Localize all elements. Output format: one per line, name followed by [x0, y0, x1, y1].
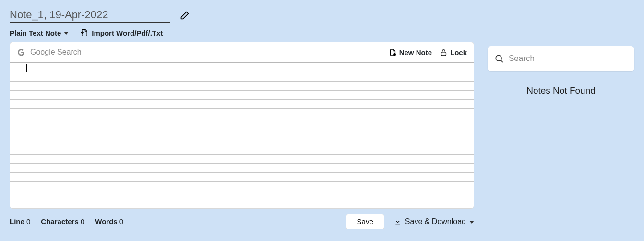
edit-title-icon[interactable]: [179, 11, 190, 21]
chevron-down-icon: [469, 221, 474, 224]
new-note-button[interactable]: New Note: [389, 48, 432, 57]
search-icon: [494, 54, 504, 63]
line-label: Line: [10, 217, 24, 226]
status-stats: Line 0 Characters 0 Words 0: [10, 217, 123, 226]
lock-icon: [440, 48, 448, 57]
words-label: Words: [95, 217, 117, 226]
note-title-input[interactable]: [10, 9, 170, 23]
sidebar-search[interactable]: [488, 46, 634, 71]
download-icon: [394, 218, 402, 226]
chars-value: 0: [81, 217, 84, 226]
save-download-dropdown[interactable]: Save & Download: [394, 217, 474, 226]
import-button[interactable]: Import Word/Pdf/.Txt: [80, 28, 163, 37]
sidebar-search-input[interactable]: [509, 54, 628, 63]
note-type-dropdown[interactable]: Plain Text Note: [10, 29, 69, 37]
line-gutter: [10, 63, 25, 208]
text-cursor: [26, 64, 27, 72]
import-label: Import Word/Pdf/.Txt: [92, 29, 163, 37]
lock-label: Lock: [450, 48, 467, 57]
line-value: 0: [26, 217, 30, 226]
new-note-label: New Note: [399, 48, 432, 57]
save-button[interactable]: Save: [346, 214, 384, 229]
words-value: 0: [119, 217, 123, 226]
new-note-icon: [389, 48, 397, 57]
google-icon: [17, 48, 25, 57]
notes-empty-message: Notes Not Found: [488, 85, 634, 96]
svg-point-2: [496, 55, 501, 61]
chars-label: Characters: [41, 217, 78, 226]
note-type-label: Plain Text Note: [10, 29, 61, 37]
import-file-icon: [80, 28, 89, 37]
save-download-label: Save & Download: [405, 217, 466, 226]
lock-button[interactable]: Lock: [440, 48, 467, 57]
editor-panel: New Note Lock: [10, 42, 474, 209]
google-search-input[interactable]: [30, 48, 384, 57]
chevron-down-icon: [64, 32, 69, 35]
note-editor[interactable]: [10, 63, 474, 208]
svg-rect-1: [441, 52, 446, 55]
